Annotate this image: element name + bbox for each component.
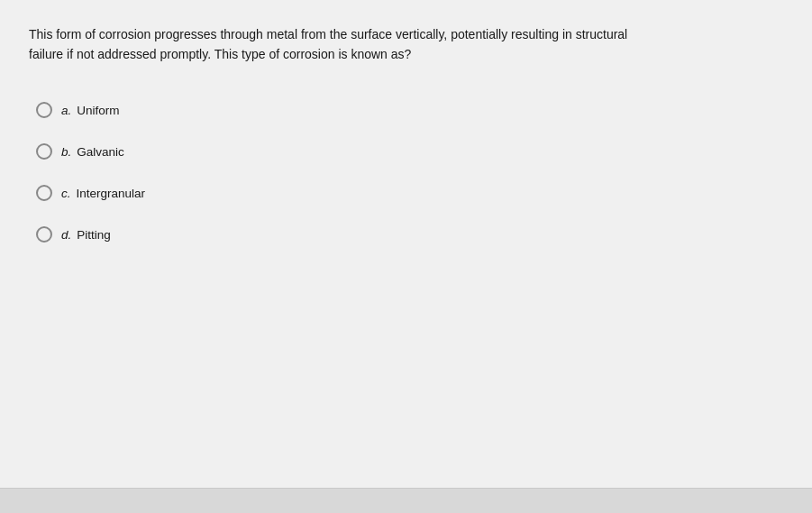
bottom-bar: [0, 488, 812, 513]
option-row-c[interactable]: c.Intergranular: [29, 172, 783, 214]
main-content: This form of corrosion progresses throug…: [0, 0, 812, 488]
option-text-c: Intergranular: [77, 187, 146, 200]
radio-c[interactable]: [36, 185, 52, 201]
radio-a[interactable]: [36, 102, 52, 118]
option-label-a: a.: [61, 104, 71, 117]
options-container: a.Uniformb.Galvanicc.Intergranulard.Pitt…: [29, 89, 783, 255]
option-row-b[interactable]: b.Galvanic: [29, 131, 783, 172]
option-row-a[interactable]: a.Uniform: [29, 89, 783, 131]
option-label-b: b.: [61, 145, 71, 159]
radio-d[interactable]: [36, 226, 52, 243]
question-text: This form of corrosion progresses throug…: [29, 25, 642, 64]
radio-b[interactable]: [36, 143, 52, 160]
option-label-c: c.: [61, 187, 71, 200]
option-label-d: d.: [61, 228, 71, 242]
option-text-d: Pitting: [77, 228, 111, 242]
option-row-d[interactable]: d.Pitting: [29, 214, 783, 255]
option-text-a: Uniform: [77, 104, 119, 117]
option-text-b: Galvanic: [77, 145, 124, 159]
